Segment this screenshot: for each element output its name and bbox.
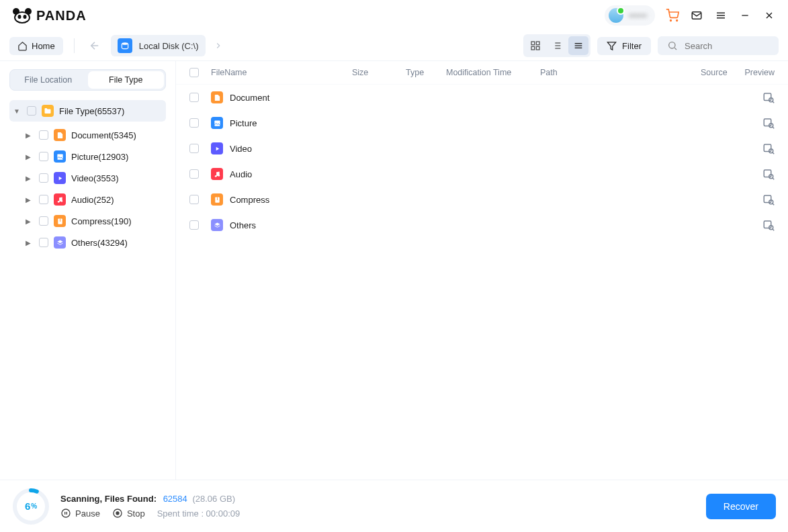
recover-button[interactable]: Recover <box>706 494 776 519</box>
back-button[interactable] <box>85 36 104 55</box>
sidebar: File Location File Type ▼ File Type(6553… <box>0 61 176 480</box>
row-checkbox[interactable] <box>189 93 199 102</box>
avatar-icon <box>609 8 623 23</box>
file-name: Document <box>230 93 352 103</box>
file-row[interactable]: Video <box>176 136 788 161</box>
pause-button[interactable]: Pause <box>60 508 100 519</box>
tree-node[interactable]: ▶Others(43294) <box>21 232 166 253</box>
titlebar-right: •••••• <box>605 5 776 26</box>
checkbox[interactable] <box>39 238 48 247</box>
tree-node[interactable]: ▶Compress(190) <box>21 210 166 232</box>
close-icon[interactable] <box>762 9 776 22</box>
column-header: FileName Size Type Modification Time Pat… <box>176 61 788 85</box>
tree-node[interactable]: ▶Picture(12903) <box>21 146 166 167</box>
tree-node-label: Others(43294) <box>71 238 128 248</box>
svg-point-68 <box>116 512 119 515</box>
col-filename[interactable]: FileName <box>211 68 352 77</box>
tab-file-type[interactable]: File Type <box>88 71 165 89</box>
preview-icon <box>762 193 775 206</box>
preview-button[interactable] <box>762 168 775 180</box>
mail-icon[interactable] <box>690 9 703 22</box>
breadcrumb-disk[interactable]: Local Disk (C:\) <box>111 35 206 56</box>
stop-button[interactable]: Stop <box>112 508 145 519</box>
tree-node-label: Audio(252) <box>71 195 114 205</box>
file-row[interactable]: Others <box>176 212 788 238</box>
arrow-left-icon <box>89 40 101 52</box>
checkbox[interactable] <box>27 106 36 116</box>
tree-root-file-type[interactable]: ▼ File Type(65537) <box>9 100 166 122</box>
home-button[interactable]: Home <box>9 37 63 55</box>
row-checkbox[interactable] <box>189 195 199 204</box>
checkbox[interactable] <box>39 216 48 226</box>
caret-right-icon: ▶ <box>26 196 34 204</box>
file-row[interactable]: Picture <box>176 110 788 136</box>
app-logo: PANDA <box>12 7 87 24</box>
checkbox[interactable] <box>39 130 48 140</box>
preview-icon <box>762 117 775 129</box>
search-icon <box>667 40 678 51</box>
pause-label: Pause <box>75 508 100 519</box>
preview-button[interactable] <box>762 219 775 231</box>
grid-icon <box>530 40 541 51</box>
col-mtime[interactable]: Modification Time <box>446 68 540 77</box>
tree-node-label: Document(5345) <box>71 130 136 140</box>
search-input[interactable] <box>685 41 769 51</box>
preview-button[interactable] <box>762 142 775 154</box>
svg-line-44 <box>773 127 774 128</box>
preview-icon <box>762 168 775 180</box>
view-detail-button[interactable] <box>547 36 567 55</box>
scan-status: Scanning, Files Found: <box>60 494 157 504</box>
svg-point-2 <box>15 12 30 23</box>
cart-icon[interactable] <box>666 9 679 22</box>
view-grid-button[interactable] <box>525 36 545 55</box>
minimize-icon[interactable] <box>738 9 752 22</box>
search-box[interactable] <box>658 36 779 55</box>
select-all-checkbox[interactable] <box>189 68 199 77</box>
svg-line-61 <box>773 229 774 230</box>
svg-point-34 <box>57 200 59 202</box>
tree-node[interactable]: ▶Document(5345) <box>21 124 166 146</box>
row-checkbox[interactable] <box>189 118 199 128</box>
col-size[interactable]: Size <box>352 68 406 77</box>
view-mode-segment <box>523 34 590 57</box>
col-source[interactable]: Source <box>701 68 741 77</box>
preview-button[interactable] <box>762 117 775 129</box>
disk-icon <box>118 38 132 53</box>
file-name: Compress <box>230 195 352 205</box>
tree-node[interactable]: ▶Audio(252) <box>21 189 166 210</box>
file-name: Others <box>230 220 352 230</box>
sidebar-tabs: File Location File Type <box>9 69 166 91</box>
view-list-button[interactable] <box>568 36 588 55</box>
row-checkbox[interactable] <box>189 169 199 179</box>
svg-marker-29 <box>607 42 616 49</box>
filter-button[interactable]: Filter <box>597 37 651 55</box>
menu-icon[interactable] <box>714 9 728 22</box>
file-row[interactable]: Compress <box>176 187 788 212</box>
file-row[interactable]: Document <box>176 85 788 110</box>
footer-info: Scanning, Files Found: 62584 (28.06 GB) … <box>60 494 240 519</box>
filter-label: Filter <box>622 41 642 51</box>
svg-line-58 <box>773 204 774 205</box>
user-account-pill[interactable]: •••••• <box>605 5 655 26</box>
row-checkbox[interactable] <box>189 144 199 153</box>
user-name-blurred: •••••• <box>629 11 647 21</box>
checkbox[interactable] <box>39 173 48 183</box>
checkbox[interactable] <box>39 152 48 161</box>
col-path[interactable]: Path <box>540 68 701 77</box>
col-preview[interactable]: Preview <box>741 68 775 77</box>
tree-node[interactable]: ▶Video(3553) <box>21 167 166 189</box>
file-name: Video <box>230 144 352 154</box>
preview-button[interactable] <box>762 193 775 206</box>
pause-icon <box>60 508 71 519</box>
file-category-icon <box>211 168 223 180</box>
file-name: Picture <box>230 118 352 128</box>
svg-marker-45 <box>216 146 219 150</box>
col-type[interactable]: Type <box>406 68 446 77</box>
preview-button[interactable] <box>762 91 775 103</box>
svg-rect-46 <box>764 144 771 152</box>
titlebar: PANDA •••••• <box>0 0 788 31</box>
tab-file-location[interactable]: File Location <box>10 70 87 90</box>
file-row[interactable]: Audio <box>176 161 788 187</box>
row-checkbox[interactable] <box>189 220 199 230</box>
checkbox[interactable] <box>39 195 48 204</box>
